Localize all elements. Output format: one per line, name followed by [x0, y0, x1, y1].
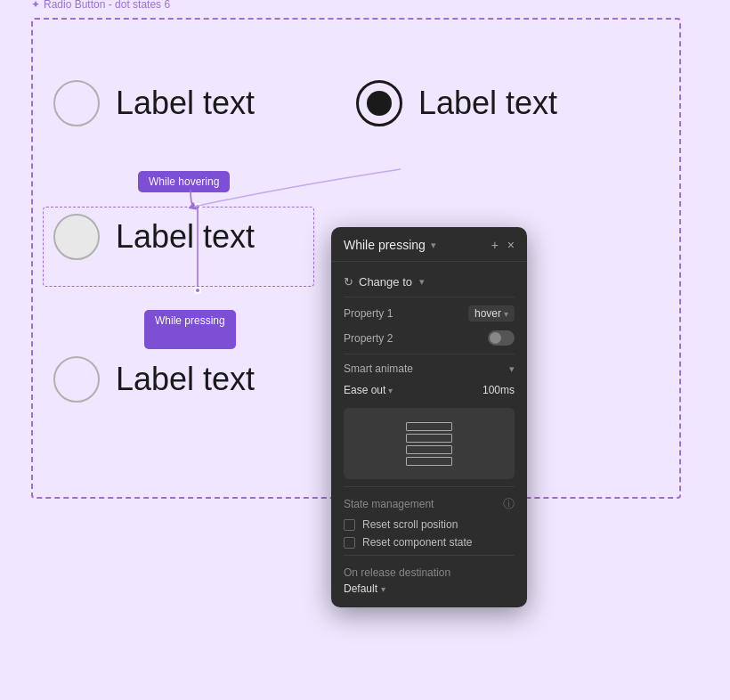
panel-body: ↻ Change to ▾ Property 1 hover ▾ Propert… — [331, 262, 527, 607]
panel-close-button[interactable]: × — [507, 238, 515, 252]
reset-scroll-label: Reset scroll position — [362, 518, 458, 531]
reset-component-label: Reset component state — [362, 536, 472, 549]
property-1-row: Property 1 hover ▾ — [344, 301, 515, 326]
radio-circle-3[interactable] — [53, 356, 100, 403]
reset-scroll-row: Reset scroll position — [344, 516, 515, 533]
property-2-row: Property 2 — [344, 326, 515, 350]
divider-3 — [344, 486, 515, 487]
divider-1 — [344, 297, 515, 297]
radio-row-2-left: Label text — [53, 214, 255, 260]
preview-icon — [406, 422, 452, 466]
ease-out-chip[interactable]: Ease out ▾ — [344, 384, 393, 396]
prop1-label: Property 1 — [344, 307, 393, 320]
time-value: 100ms — [483, 384, 515, 396]
radio-circle-hover[interactable] — [53, 214, 100, 260]
prop1-chevron: ▾ — [504, 309, 508, 319]
radio-label-1r: Label text — [418, 85, 557, 122]
panel-add-button[interactable]: + — [491, 238, 499, 252]
frame-label: ✦ Radio Button - dot states 6 — [31, 0, 170, 11]
default-label: Default — [344, 582, 377, 595]
preview-bar-2 — [406, 434, 452, 443]
arrow-down-icon: ↓ — [186, 329, 193, 345]
default-chip[interactable]: Default ▾ — [344, 582, 515, 595]
reset-scroll-checkbox[interactable] — [344, 519, 355, 531]
panel-header-icons: + × — [491, 238, 515, 252]
state-management-title: State management — [344, 498, 434, 510]
conn-dot-bottom — [194, 287, 201, 294]
frame-title: Radio Button - dot states 6 — [44, 0, 170, 11]
radio-row-3-left: Label text — [53, 356, 255, 403]
radio-circle-1[interactable] — [53, 80, 100, 126]
refresh-icon: ↻ — [344, 275, 353, 289]
radio-row-1-right: Label text — [356, 80, 557, 126]
preview-bar-3 — [406, 445, 452, 454]
info-icon[interactable]: ⓘ — [503, 496, 515, 512]
preview-area — [344, 408, 515, 479]
tooltip-hovering: While hovering — [138, 171, 230, 192]
radio-circle-selected[interactable] — [356, 80, 402, 126]
state-management-row: State management ⓘ — [344, 491, 515, 516]
smart-animate-chevron[interactable]: ▾ — [509, 363, 515, 375]
panel-header: While pressing ▾ + × — [331, 227, 527, 262]
on-release-label: On release destination — [344, 566, 515, 579]
reset-component-row: Reset component state — [344, 533, 515, 551]
prop1-value: hover — [474, 307, 501, 320]
radio-label-3: Label text — [116, 361, 255, 398]
divider-4 — [344, 555, 515, 556]
prop2-toggle[interactable] — [488, 330, 515, 346]
reset-component-checkbox[interactable] — [344, 537, 355, 549]
tooltip-pressing: While pressing ↓ — [144, 310, 236, 349]
prop2-label: Property 2 — [344, 332, 393, 345]
panel-title-chevron[interactable]: ▾ — [431, 240, 436, 251]
canvas: ✦ Radio Button - dot states 6 Label text… — [0, 0, 730, 700]
ease-out-label: Ease out — [344, 384, 385, 396]
change-to-chevron[interactable]: ▾ — [419, 276, 425, 288]
ease-out-row: Ease out ▾ 100ms — [344, 379, 515, 401]
conn-dot-top — [194, 203, 201, 210]
panel-title: While pressing — [344, 238, 426, 252]
interaction-panel: While pressing ▾ + × ↻ Change to ▾ Prope… — [331, 227, 527, 607]
change-to-row: ↻ Change to ▾ — [344, 271, 515, 293]
change-to-label: Change to — [359, 275, 412, 289]
radio-label-1: Label text — [116, 85, 255, 122]
preview-bar-1 — [406, 422, 452, 431]
default-chevron: ▾ — [381, 584, 385, 594]
preview-bar-4 — [406, 457, 452, 466]
smart-animate-row: Smart animate ▾ — [344, 358, 515, 379]
ease-chevron: ▾ — [388, 386, 393, 395]
radio-row-1-left: Label text — [53, 80, 255, 126]
radio-label-2: Label text — [116, 218, 255, 256]
frame-label-icon: ✦ — [31, 0, 40, 11]
prop1-value-chip[interactable]: hover ▾ — [468, 305, 515, 322]
divider-2 — [344, 354, 515, 354]
on-release-row: On release destination Default ▾ — [344, 559, 515, 598]
smart-animate-label: Smart animate — [344, 362, 413, 375]
panel-title-group: While pressing ▾ — [344, 238, 436, 252]
